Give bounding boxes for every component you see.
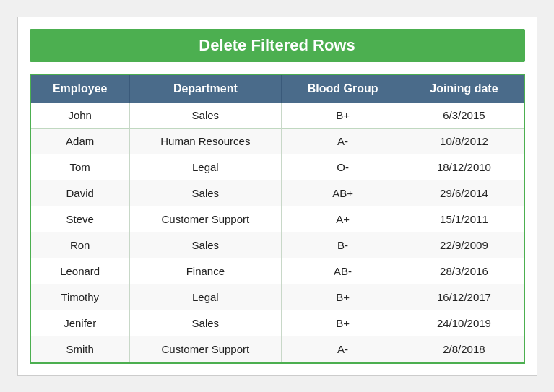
cell-blood_group: O- (281, 154, 404, 180)
cell-employee: Tom (31, 154, 130, 180)
cell-employee: Timothy (31, 284, 130, 310)
table-row: RonSalesB-22/9/2009 (31, 232, 524, 258)
cell-department: Sales (129, 310, 281, 336)
cell-employee: John (31, 103, 130, 129)
main-container: Delete Filtered Rows Employee Department… (17, 17, 537, 376)
cell-blood_group: B- (281, 232, 404, 258)
cell-department: Sales (129, 180, 281, 206)
cell-joining_date: 10/8/2012 (404, 128, 524, 154)
cell-blood_group: B+ (281, 284, 404, 310)
table-row: AdamHuman ResourcesA-10/8/2012 (31, 128, 524, 154)
cell-joining_date: 28/3/2016 (404, 258, 524, 284)
col-header-blood-group: Blood Group (281, 75, 404, 103)
cell-blood_group: A+ (281, 206, 404, 232)
cell-joining_date: 6/3/2015 (404, 103, 524, 129)
cell-department: Finance (129, 258, 281, 284)
cell-blood_group: B+ (281, 310, 404, 336)
cell-joining_date: 18/12/2010 (404, 154, 524, 180)
cell-department: Customer Support (129, 206, 281, 232)
table-row: LeonardFinanceAB-28/3/2016 (31, 258, 524, 284)
cell-blood_group: B+ (281, 103, 404, 129)
data-table: Employee Department Blood Group Joining … (31, 75, 524, 362)
cell-joining_date: 29/6/2014 (404, 180, 524, 206)
cell-joining_date: 2/8/2018 (404, 336, 524, 362)
cell-joining_date: 24/10/2019 (404, 310, 524, 336)
cell-department: Customer Support (129, 336, 281, 362)
cell-joining_date: 16/12/2017 (404, 284, 524, 310)
cell-employee: Steve (31, 206, 130, 232)
cell-blood_group: A- (281, 128, 404, 154)
col-header-joining-date: Joining date (404, 75, 524, 103)
cell-department: Sales (129, 103, 281, 129)
table-row: DavidSalesAB+29/6/2014 (31, 180, 524, 206)
cell-joining_date: 15/1/2011 (404, 206, 524, 232)
cell-employee: Jenifer (31, 310, 130, 336)
table-row: TomLegalO-18/12/2010 (31, 154, 524, 180)
col-header-department: Department (129, 75, 281, 103)
cell-department: Human Resources (129, 128, 281, 154)
page-title: Delete Filtered Rows (30, 29, 525, 62)
table-header-row: Employee Department Blood Group Joining … (31, 75, 524, 103)
table-row: TimothyLegalB+16/12/2017 (31, 284, 524, 310)
cell-department: Legal (129, 284, 281, 310)
cell-blood_group: A- (281, 336, 404, 362)
table-wrapper: Employee Department Blood Group Joining … (30, 74, 525, 364)
cell-blood_group: AB+ (281, 180, 404, 206)
cell-joining_date: 22/9/2009 (404, 232, 524, 258)
cell-employee: David (31, 180, 130, 206)
cell-employee: Leonard (31, 258, 130, 284)
table-row: JohnSalesB+6/3/2015 (31, 103, 524, 129)
cell-employee: Ron (31, 232, 130, 258)
cell-blood_group: AB- (281, 258, 404, 284)
cell-employee: Adam (31, 128, 130, 154)
table-row: SteveCustomer SupportA+15/1/2011 (31, 206, 524, 232)
table-row: SmithCustomer SupportA-2/8/2018 (31, 336, 524, 362)
cell-employee: Smith (31, 336, 130, 362)
cell-department: Legal (129, 154, 281, 180)
col-header-employee: Employee (31, 75, 130, 103)
cell-department: Sales (129, 232, 281, 258)
table-row: JeniferSalesB+24/10/2019 (31, 310, 524, 336)
